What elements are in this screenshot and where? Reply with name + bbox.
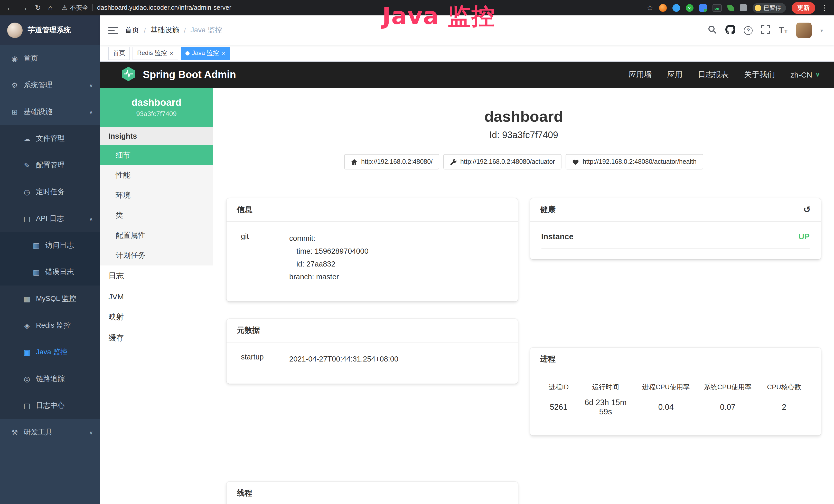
- sba-item-caches[interactable]: 缓存: [100, 328, 213, 349]
- browser-home-icon[interactable]: ⌂: [48, 4, 52, 11]
- sba-nav-applications[interactable]: 应用: [667, 70, 682, 79]
- sba-item-scheduled-tasks[interactable]: 计划任务: [100, 246, 213, 266]
- app-shell: 芋道管理系统 ◉ 首页 ⚙ 系统管理 ∨ ⊞ 基础设施 ∧ ☁ 文件管理 ✎: [0, 16, 834, 504]
- paused-badge-label: 已暂停: [764, 4, 781, 12]
- text-size-icon[interactable]: TT: [779, 26, 788, 35]
- reload-icon[interactable]: ↻: [35, 4, 41, 11]
- sidebar-item-file-management[interactable]: ☁ 文件管理: [0, 125, 100, 152]
- sba-nav: 应用墙 应用 日志报表 关于我们 zh-CN ∨: [629, 70, 820, 79]
- breadcrumb-infrastructure[interactable]: 基础设施: [151, 26, 179, 35]
- tab-home[interactable]: 首页: [108, 46, 130, 60]
- info-card: 信息 git commit: time: 1596289704000 id: 2: [226, 198, 518, 301]
- instance-selector[interactable]: dashboard 93a3fc7f7409: [100, 88, 213, 127]
- app-logo[interactable]: 芋道管理系统: [0, 16, 100, 45]
- sba-item-environment[interactable]: 环境: [100, 185, 213, 205]
- sidebar-item-java-monitor[interactable]: ▣ Java 监控: [0, 339, 100, 366]
- extension-icon-on-switch[interactable]: on: [712, 4, 722, 12]
- bookmark-star-icon[interactable]: ☆: [647, 4, 653, 11]
- sidebar-item-dev-tools[interactable]: ⚒ 研发工具 ∨: [0, 419, 100, 446]
- spring-boot-admin-logo-icon[interactable]: [121, 66, 136, 84]
- sba-item-mappings[interactable]: 映射: [100, 306, 213, 328]
- card-title: 线程: [226, 482, 518, 504]
- close-icon[interactable]: ×: [170, 50, 173, 56]
- log-icon: ▥: [32, 268, 41, 276]
- health-url-link[interactable]: http://192.168.0.2:48080/actuator/health: [566, 154, 703, 169]
- browser-update-button[interactable]: 更新: [792, 2, 815, 14]
- extension-icon-leaf[interactable]: [727, 4, 734, 11]
- tab-java-monitor[interactable]: Java 监控 ×: [180, 46, 230, 60]
- help-icon[interactable]: ?: [744, 26, 752, 35]
- instance-links: http://192.168.0.2:48080/ http://192.168…: [213, 154, 834, 169]
- sba-nav-journal[interactable]: 日志报表: [698, 70, 729, 79]
- sidebar-item-config-management[interactable]: ✎ 配置管理: [0, 152, 100, 179]
- sba-group-insights[interactable]: Insights: [100, 127, 213, 145]
- sba-item-classes[interactable]: 类: [100, 205, 213, 225]
- tab-redis-monitor[interactable]: Redis 监控 ×: [133, 46, 178, 60]
- log-icon: ▤: [23, 402, 31, 410]
- security-warning[interactable]: ⚠ 不安全: [62, 3, 88, 12]
- metadata-card: 元数据 startup 2021-04-27T00:44:31.254+08:0…: [226, 319, 518, 384]
- breadcrumb-home[interactable]: 首页: [125, 26, 139, 35]
- extension-icon-fox[interactable]: [659, 4, 666, 12]
- actuator-url-link[interactable]: http://192.168.0.2:48080/actuator: [443, 154, 562, 169]
- cards-grid: 信息 git commit: time: 1596289704000 id: 2: [226, 198, 821, 504]
- health-instance-label: Instance: [541, 232, 574, 241]
- metadata-value: 2021-04-27T00:44:31.254+08:00: [289, 353, 506, 366]
- browser-menu-icon[interactable]: ⋮: [821, 4, 828, 12]
- process-cpu: 0.04: [635, 393, 697, 425]
- avatar[interactable]: [796, 23, 812, 38]
- extension-icon-pin[interactable]: [672, 4, 680, 12]
- sidebar-item-access-logs[interactable]: ▥ 访问日志: [0, 232, 100, 259]
- extension-icon-vue[interactable]: v: [685, 4, 693, 12]
- sba-item-config-props[interactable]: 配置属性: [100, 225, 213, 246]
- sidebar-item-api-logs[interactable]: ▤ API 日志 ∧: [0, 205, 100, 232]
- health-status-badge: UP: [798, 232, 810, 241]
- close-icon[interactable]: ×: [222, 50, 225, 56]
- chevron-down-icon[interactable]: ▾: [820, 27, 823, 33]
- sba-item-jvm[interactable]: JVM: [100, 287, 213, 306]
- health-row-instance: Instance UP: [541, 232, 810, 249]
- sba-item-metrics[interactable]: 性能: [100, 165, 213, 185]
- sidebar-item-infrastructure[interactable]: ⊞ 基础设施 ∧: [0, 98, 100, 125]
- metadata-row-startup: startup 2021-04-27T00:44:31.254+08:00: [238, 353, 506, 373]
- sba-item-details[interactable]: 细节: [100, 145, 213, 165]
- paused-badge[interactable]: 已暂停: [752, 3, 786, 13]
- monitor-icon: ▣: [23, 348, 31, 357]
- url-bar[interactable]: ⚠ 不安全 dashboard.yudao.iocoder.cn/infra/a…: [62, 3, 639, 12]
- history-icon[interactable]: ↺: [804, 205, 811, 214]
- back-icon[interactable]: ←: [6, 4, 13, 11]
- extensions-puzzle-icon[interactable]: [740, 4, 747, 11]
- tab-label: Redis 监控: [137, 49, 167, 58]
- sidebar-item-redis-monitor[interactable]: ◈ Redis 监控: [0, 312, 100, 339]
- sba-brand-title[interactable]: Spring Boot Admin: [143, 69, 236, 81]
- admin-sidebar: 芋道管理系统 ◉ 首页 ⚙ 系统管理 ∨ ⊞ 基础设施 ∧ ☁ 文件管理 ✎: [0, 16, 100, 504]
- sidebar-item-system-management[interactable]: ⚙ 系统管理 ∨: [0, 72, 100, 98]
- github-icon[interactable]: [725, 24, 735, 36]
- sba-body: dashboard 93a3fc7f7409 Insights 细节 性能 环境…: [100, 88, 834, 504]
- search-icon[interactable]: [708, 25, 717, 36]
- locale-selector[interactable]: zh-CN ∨: [790, 70, 820, 79]
- sba-main-content: dashboard Id: 93a3fc7f7409 http://192.16…: [213, 88, 834, 504]
- wrench-icon: [450, 158, 457, 165]
- sidebar-item-mysql-monitor[interactable]: ▦ MySQL 监控: [0, 285, 100, 312]
- hamburger-icon[interactable]: [108, 27, 118, 34]
- cloud-icon: ☁: [23, 135, 31, 143]
- sba-item-loggers[interactable]: 日志: [100, 266, 213, 287]
- sidebar-item-scheduled-tasks[interactable]: ◷ 定时任务: [0, 179, 100, 205]
- sidebar-item-log-center[interactable]: ▤ 日志中心: [0, 392, 100, 419]
- sba-nav-about[interactable]: 关于我们: [744, 70, 775, 79]
- sidebar-item-trace[interactable]: ◎ 链路追踪: [0, 366, 100, 392]
- sidebar-item-home[interactable]: ◉ 首页: [0, 45, 100, 72]
- sidebar-item-error-logs[interactable]: ▥ 错误日志: [0, 259, 100, 285]
- extension-icon-grid[interactable]: [699, 4, 707, 12]
- breadcrumb: 首页 / 基础设施 / Java 监控: [125, 26, 222, 35]
- card-title: 健康: [540, 205, 555, 215]
- spring-boot-admin-app: Spring Boot Admin 应用墙 应用 日志报表 关于我们 zh-CN…: [100, 62, 834, 504]
- forward-icon[interactable]: →: [21, 4, 28, 11]
- service-url-link[interactable]: http://192.168.0.2:48080/: [344, 154, 439, 169]
- url-divider: [92, 4, 93, 11]
- log-icon: ▥: [32, 241, 41, 250]
- sba-nav-wallboard[interactable]: 应用墙: [629, 70, 652, 79]
- fullscreen-icon[interactable]: [761, 25, 770, 36]
- gear-icon: ⚙: [10, 81, 19, 89]
